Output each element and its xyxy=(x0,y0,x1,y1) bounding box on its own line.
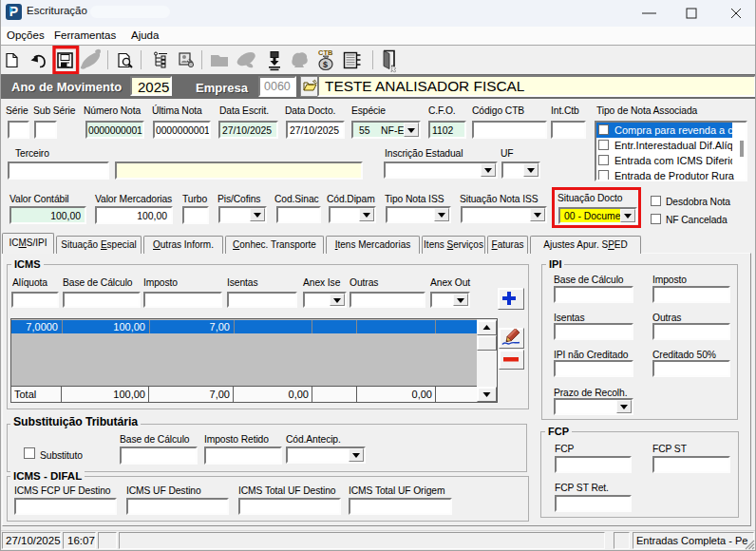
svg-text:$: $ xyxy=(323,60,328,69)
